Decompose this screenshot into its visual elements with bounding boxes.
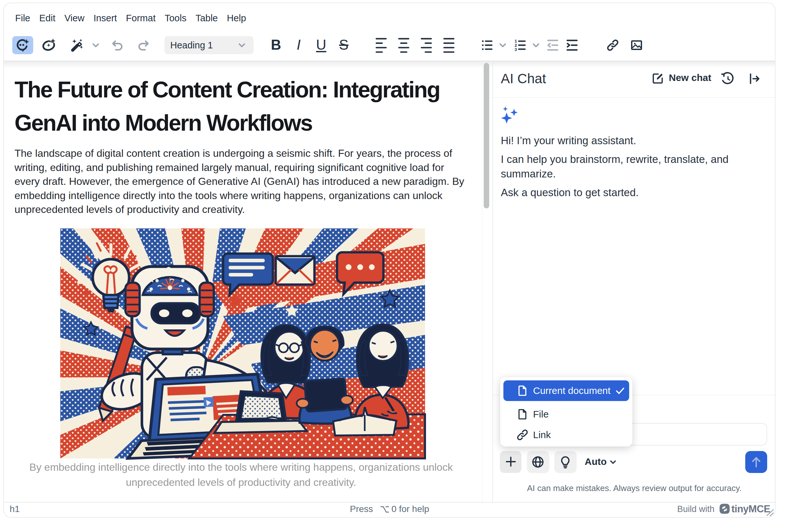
svg-text:3: 3	[515, 47, 517, 52]
